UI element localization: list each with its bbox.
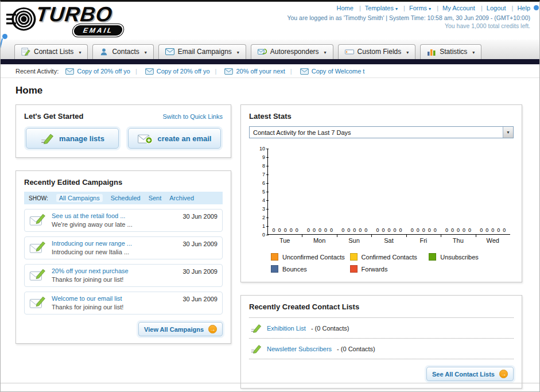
- envelope-pencil-icon: [29, 240, 46, 254]
- create-email-button[interactable]: create an email: [128, 128, 221, 149]
- campaign-row: 20% off your next purchase Thanks for jo…: [24, 264, 223, 287]
- chart-y-tick: 1: [262, 223, 269, 229]
- button-label: create an email: [158, 134, 212, 143]
- chart-y-axis: 012345678910: [252, 149, 267, 235]
- logo-swoosh-icon: [6, 5, 37, 34]
- chart-value-label: 0: [485, 227, 488, 233]
- chart-value-label: 0: [330, 227, 333, 233]
- tab-custom-fields[interactable]: Custom Fields: [338, 44, 416, 59]
- chart-y-tick: 3: [262, 206, 269, 212]
- campaign-subtitle: Thanks for joining our list!: [52, 304, 177, 311]
- chart-value-label: 0: [428, 227, 431, 233]
- dropdown-arrow-icon: [503, 127, 513, 138]
- nav-link-label: Forms: [409, 5, 427, 11]
- chart-bar-group: 00000: [476, 149, 510, 234]
- contact-list-link[interactable]: Newsletter Subscribers: [267, 346, 332, 352]
- envelope-arrow-icon: [258, 48, 267, 56]
- contact-list-link[interactable]: Exhibition List: [267, 325, 306, 332]
- campaign-subtitle: Introducing our new Italia ...: [52, 249, 177, 255]
- nav-link-my-account[interactable]: My Account: [433, 5, 475, 11]
- manage-lists-button[interactable]: manage lists: [26, 128, 119, 149]
- campaign-title-link[interactable]: Welcome to our email list: [52, 295, 177, 302]
- login-info: You are logged in as 'Timothy Smith' | S…: [287, 14, 530, 21]
- nav-link-logout[interactable]: Logout: [477, 5, 506, 11]
- see-all-contact-lists-button[interactable]: See All Contact Lists: [426, 367, 514, 381]
- chart-value-label: 0: [296, 227, 298, 233]
- campaign-date: 30 Jun 2009: [182, 268, 217, 275]
- chevron-down-icon: [427, 5, 431, 11]
- campaign-filter-bar: SHOW: All Campaigns Scheduled Sent Archi…: [24, 192, 223, 204]
- campaign-subtitle: We're giving away our late ...: [52, 221, 177, 228]
- contact-list-count: - (0 Contacts): [311, 325, 349, 332]
- tab-email-campaigns[interactable]: Email Campaigns: [158, 44, 246, 59]
- chart-value-label: 0: [284, 227, 287, 233]
- nav-link-templates[interactable]: Templates: [355, 5, 398, 11]
- chart-value-label: 0: [417, 227, 419, 233]
- recent-activity-item[interactable]: Copy of 20% off yo: [65, 68, 130, 75]
- list-pencil-icon: [21, 48, 30, 56]
- contact-list-row: Newsletter Subscribers - (0 Contacts): [249, 339, 514, 359]
- chart-value-label: 0: [480, 227, 483, 233]
- tab-autoresponders[interactable]: Autoresponders: [251, 44, 333, 59]
- tab-label: Autoresponders: [270, 48, 319, 56]
- envelope-pencil-icon: [29, 268, 46, 282]
- chart-value-label: 0: [347, 227, 350, 233]
- chart-value-label: 0: [463, 227, 465, 233]
- button-label: View All Campaigns: [144, 326, 204, 333]
- chart-y-tick: 4: [262, 197, 269, 203]
- chart-value-label: 0: [468, 227, 471, 233]
- chart-bar-group: 00000: [441, 149, 475, 234]
- switch-quick-links-link[interactable]: Switch to Quick Links: [162, 113, 223, 120]
- tab-statistics[interactable]: Statistics: [420, 44, 481, 59]
- legend-item: Unconfirmed Contacts: [271, 253, 350, 261]
- filter-scheduled[interactable]: Scheduled: [111, 195, 141, 201]
- chart-y-tick: 9: [262, 154, 269, 160]
- legend-label: Unconfirmed Contacts: [282, 254, 345, 261]
- chevron-down-icon: [405, 48, 409, 56]
- chart-value-row: 00000: [411, 227, 437, 234]
- contact-list-count: - (0 Contacts): [337, 346, 375, 352]
- envelope-icon: [300, 68, 309, 75]
- tab-contacts[interactable]: Contacts: [92, 44, 153, 59]
- chart-value-label: 0: [393, 227, 396, 233]
- contact-activity-chart: 012345678910 000000000000000000000000000…: [249, 149, 514, 273]
- legend-swatch: [271, 253, 278, 261]
- nav-link-home[interactable]: Home: [337, 5, 353, 11]
- filter-all-campaigns[interactable]: All Campaigns: [56, 194, 103, 202]
- recent-activity-item-label: 20% off your next: [236, 68, 285, 75]
- decorative-corner-dot: [534, 5, 539, 10]
- campaign-title-link[interactable]: Introducing our new range ...: [52, 240, 177, 247]
- stats-period-select[interactable]: Contact Activity for the Last 7 Days: [249, 126, 514, 138]
- recent-activity-label: Recent Activity:: [15, 68, 59, 75]
- nav-link-forms[interactable]: Forms: [399, 5, 431, 11]
- filter-sent[interactable]: Sent: [149, 195, 162, 201]
- footer-divider: [1, 383, 539, 383]
- legend-label: Unsubscribes: [440, 254, 479, 261]
- recent-activity-item[interactable]: 20% off your next: [210, 68, 285, 75]
- chart-bar-group: 00000: [337, 149, 372, 234]
- chevron-down-icon: [323, 48, 327, 56]
- chart-y-tick: 7: [262, 172, 269, 177]
- campaign-title-link[interactable]: See us at the retail food ...: [52, 212, 177, 219]
- tab-contact-lists[interactable]: Contact Lists: [14, 44, 88, 59]
- button-label: manage lists: [59, 134, 104, 143]
- app-logo: TURBO EMAIL: [6, 3, 156, 38]
- campaign-row: Welcome to our email list Thanks for joi…: [24, 292, 223, 315]
- filter-archived[interactable]: Archived: [169, 195, 194, 201]
- campaign-date: 30 Jun 2009: [182, 240, 217, 247]
- campaign-title-link[interactable]: 20% off your next purchase: [52, 267, 177, 274]
- recent-activity-item[interactable]: Copy of Welcome t: [285, 68, 365, 75]
- chart-x-axis: TueMonSunSatFriThuWed: [267, 235, 510, 244]
- nav-link-help[interactable]: Help: [508, 5, 530, 11]
- recent-activity-item[interactable]: Copy of 20% off yo: [130, 68, 210, 75]
- legend-item: Confirmed Contacts: [350, 253, 429, 261]
- view-all-campaigns-button[interactable]: View All Campaigns: [138, 322, 223, 336]
- chevron-down-icon: [394, 5, 398, 11]
- chart-x-label: Mon: [302, 235, 336, 244]
- chart-y-tick: 5: [262, 189, 269, 195]
- recently-created-lists-panel: Recently Created Contact Lists Exhibitio…: [240, 295, 522, 389]
- envelope-icon: [224, 68, 233, 75]
- chart-y-tick: 2: [262, 215, 269, 220]
- chart-value-row: 00000: [273, 227, 298, 234]
- campaign-row: Introducing our new range ... Introducin…: [24, 236, 223, 259]
